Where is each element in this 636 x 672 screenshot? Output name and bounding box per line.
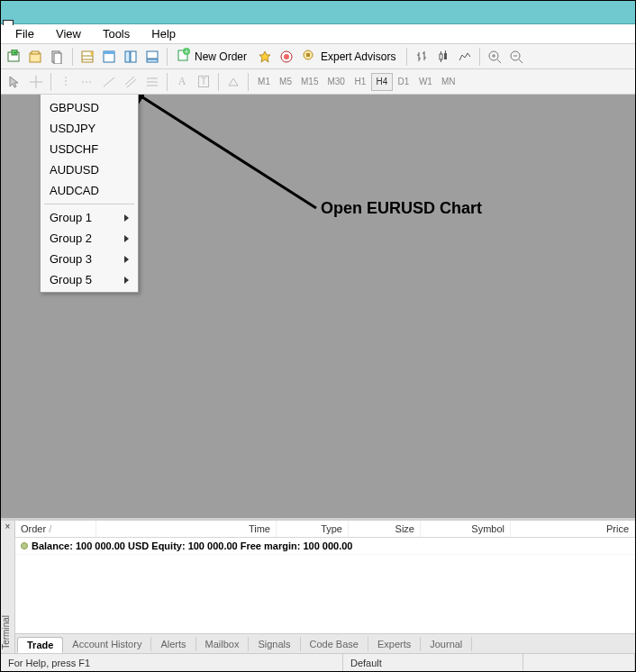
toolbar-separator (50, 73, 51, 91)
horizontal-line-button[interactable] (77, 72, 97, 92)
timeframe-h4[interactable]: H4 (371, 73, 393, 91)
group-label: Group 3 (50, 252, 92, 266)
zoom-in-button[interactable] (485, 47, 504, 67)
zoom-out-button[interactable] (506, 47, 526, 67)
shapes-button[interactable] (223, 72, 243, 92)
expert-advisors-button[interactable]: Expert Advisors (298, 47, 402, 67)
timeframe-d1[interactable]: D1 (393, 73, 414, 91)
new-order-label: New Order (195, 50, 247, 63)
timeframe-mn[interactable]: MN (437, 73, 460, 91)
terminal-tab-alerts[interactable]: Alerts (151, 637, 195, 651)
terminal-tab-mailbox[interactable]: Mailbox (196, 637, 250, 651)
svg-text:+: + (14, 50, 17, 55)
text-label-button[interactable]: T (194, 72, 214, 92)
svg-point-22 (284, 54, 289, 59)
terminal-tab-trade[interactable]: Trade (17, 637, 63, 653)
profiles-button[interactable] (26, 47, 46, 67)
svg-marker-43 (10, 77, 18, 87)
symbol-item-audusd[interactable]: AUDUSD (41, 159, 138, 180)
chart-templates-button[interactable] (48, 47, 68, 67)
svg-rect-13 (125, 51, 130, 62)
timeframe-m15[interactable]: M15 (296, 73, 323, 91)
terminal-close-icon[interactable]: × (1, 521, 14, 533)
line-chart-button[interactable] (455, 47, 475, 67)
terminal-tab-journal[interactable]: Journal (421, 637, 472, 651)
titlebar-corner-tab (3, 20, 14, 25)
timeframe-w1[interactable]: W1 (414, 73, 437, 91)
symbol-item-usdjpy[interactable]: USDJPY (41, 118, 138, 139)
svg-line-48 (104, 77, 114, 86)
toolbar-separator (479, 48, 480, 66)
symbol-item-gbpusd[interactable]: GBPUSD (41, 97, 138, 118)
status-help: For Help, press F1 (1, 654, 343, 671)
chart-workspace: EURUSDGBPUSDUSDJPYUSDCHFAUDUSDAUDCAD Gro… (1, 95, 635, 520)
menu-help[interactable]: Help (141, 25, 186, 42)
svg-rect-14 (131, 51, 136, 62)
terminal-button[interactable] (142, 47, 162, 67)
svg-rect-15 (147, 51, 158, 59)
col-time[interactable]: Time (96, 521, 277, 537)
svg-rect-34 (444, 53, 447, 59)
svg-line-37 (497, 59, 501, 63)
svg-rect-4 (32, 51, 39, 54)
menu-bar: File View Tools Help (1, 24, 635, 44)
terminal-columns: Order / Time Type Size Symbol Price (15, 521, 635, 538)
terminal-tab-account-history[interactable]: Account History (63, 637, 151, 651)
col-size[interactable]: Size (349, 521, 421, 537)
timeframe-m30[interactable]: M30 (323, 73, 349, 91)
toolbar-separator (72, 48, 73, 66)
menu-file[interactable]: File (5, 25, 45, 42)
svg-rect-31 (440, 54, 442, 59)
data-window-button[interactable] (99, 47, 119, 67)
svg-line-49 (125, 77, 134, 85)
expert-advisors-label: Expert Advisors (321, 50, 395, 63)
toolbar-separator (167, 73, 168, 91)
terminal-tab-experts[interactable]: Experts (368, 637, 421, 651)
symbol-dropdown-menu: EURUSDGBPUSDUSDJPYUSDCHFAUDUSDAUDCAD Gro… (40, 95, 139, 293)
svg-rect-12 (104, 51, 114, 54)
col-type[interactable]: Type (277, 521, 349, 537)
submenu-arrow-icon (124, 256, 129, 263)
col-price[interactable]: Price (511, 521, 635, 537)
bar-chart-button[interactable] (412, 47, 432, 67)
group-label: Group 5 (50, 273, 92, 286)
menu-view[interactable]: View (45, 25, 92, 42)
trendline-button[interactable] (99, 72, 119, 92)
timeframe-h1[interactable]: H1 (350, 73, 371, 91)
fibonacci-button[interactable] (142, 72, 162, 92)
equidistant-channel-button[interactable] (121, 72, 141, 92)
text-tool-button[interactable]: A (172, 72, 192, 92)
new-chart-button[interactable]: + (5, 47, 24, 67)
status-profile[interactable]: Default (343, 654, 523, 671)
market-watch-button[interactable] (77, 47, 97, 67)
candlestick-button[interactable] (433, 47, 453, 67)
toolbar-separator (218, 73, 219, 91)
group-item-group-1[interactable]: Group 1 (41, 207, 138, 228)
terminal-tab-code-base[interactable]: Code Base (301, 637, 368, 651)
col-order[interactable]: Order / (15, 521, 96, 537)
expert-advisors-icon (303, 48, 317, 65)
vertical-line-button[interactable] (56, 72, 76, 92)
title-bar (1, 1, 635, 24)
menu-tools[interactable]: Tools (92, 25, 141, 42)
balance-row[interactable]: Balance: 100 000.00 USD Equity: 100 000.… (15, 538, 635, 555)
col-symbol[interactable]: Symbol (421, 521, 511, 537)
terminal-tab-signals[interactable]: Signals (249, 637, 300, 651)
crosshair-button[interactable] (26, 72, 46, 92)
balance-status-icon (21, 542, 28, 549)
group-item-group-5[interactable]: Group 5 (41, 269, 138, 290)
navigator-button[interactable] (121, 47, 141, 67)
symbol-item-audcad[interactable]: AUDCAD (41, 180, 138, 201)
svg-marker-20 (259, 51, 270, 62)
group-item-group-2[interactable]: Group 2 (41, 228, 138, 249)
group-item-group-3[interactable]: Group 3 (41, 249, 138, 269)
balance-text: Balance: 100 000.00 USD Equity: 100 000.… (32, 540, 352, 551)
timeframe-m1[interactable]: M1 (253, 73, 275, 91)
autotrading-button[interactable] (255, 47, 275, 67)
symbol-item-usdchf[interactable]: USDCHF (41, 139, 138, 159)
timeframe-m5[interactable]: M5 (275, 73, 296, 91)
cursor-button[interactable] (5, 72, 24, 92)
terminal-side-handle[interactable]: × Terminal (1, 521, 15, 653)
metaquotes-button[interactable] (277, 47, 296, 67)
new-order-button[interactable]: + New Order (172, 47, 253, 67)
